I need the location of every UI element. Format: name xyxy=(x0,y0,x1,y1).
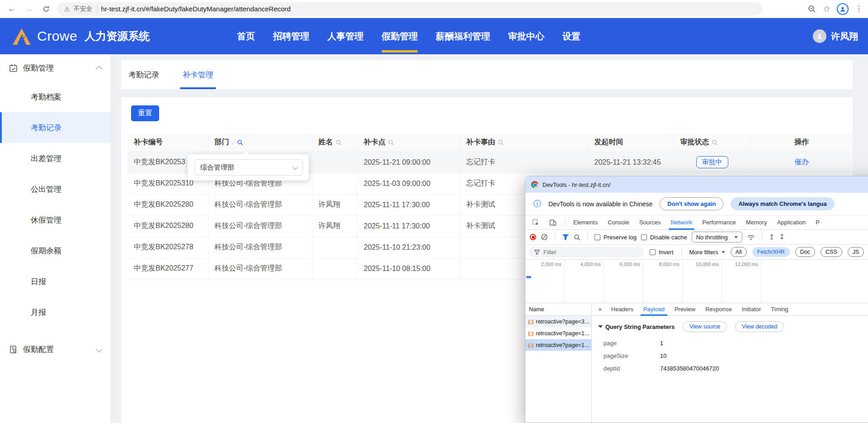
type-pill-fetch-xhr[interactable]: Fetch/XHR xyxy=(752,247,790,257)
filter-input[interactable] xyxy=(543,249,629,256)
tab-retroactive-management[interactable]: 补卡管理 xyxy=(183,60,213,89)
preserve-log-checkbox[interactable]: Preserve log xyxy=(594,234,637,241)
sidebar-group-config[interactable]: 假勤配置 xyxy=(0,336,110,363)
network-conditions-icon[interactable] xyxy=(747,234,755,241)
reset-button[interactable]: 重置 xyxy=(131,105,159,121)
disclosure-triangle-icon[interactable] xyxy=(598,325,603,328)
invert-checkbox[interactable]: Invert xyxy=(650,249,674,256)
col-dept: 部门 xyxy=(215,138,229,147)
tab-attendance-records[interactable]: 考勤记录 xyxy=(128,60,159,89)
sidebar-item-archive[interactable]: 考勤档案 xyxy=(0,81,110,112)
disable-cache-checkbox[interactable]: Disable cache xyxy=(641,234,687,241)
search-icon-dept-active[interactable] xyxy=(237,139,243,146)
detail-tab-response[interactable]: Response xyxy=(701,303,736,316)
type-pill-doc[interactable]: Doc xyxy=(795,247,815,257)
import-har-icon[interactable]: ↥ xyxy=(769,233,775,241)
sidebar-group-attendance[interactable]: 假勤管理 xyxy=(0,54,110,81)
request-detail-pane: × Headers Payload Preview Response Initi… xyxy=(592,303,868,423)
json-icon: {;} xyxy=(528,331,533,336)
detail-tab-headers[interactable]: Headers xyxy=(607,303,638,316)
tab-console[interactable]: Console xyxy=(604,215,633,230)
type-pill-css[interactable]: CSS xyxy=(821,247,842,257)
tab-performance[interactable]: Performance xyxy=(698,215,740,230)
devtools-window: DevTools - hr-test.zjf-it.cn/ ⓘ DevTools… xyxy=(525,176,868,423)
sidebar-item-monthly-report[interactable]: 月报 xyxy=(0,297,110,328)
browser-menu-kebab-icon[interactable]: ⋮ xyxy=(855,4,863,14)
query-string-section-title[interactable]: Query String Parameters xyxy=(605,323,675,330)
always-match-language-button[interactable]: Always match Chrome's langua xyxy=(731,197,834,210)
detail-tab-payload[interactable]: Payload xyxy=(639,303,669,316)
detail-tab-timing[interactable]: Timing xyxy=(766,303,793,316)
request-row[interactable]: {;} retroactive?page=3&p… xyxy=(525,316,591,328)
sort-icon[interactable]: ↓↑ xyxy=(231,140,235,145)
address-bar[interactable]: ⚠ 不安全 hr-test.zjf-it.cn/#/fakeDuty/fakeD… xyxy=(57,2,762,16)
tab-network[interactable]: Network xyxy=(667,215,697,230)
zoom-out-icon[interactable] xyxy=(807,5,816,14)
dept-select-value: 综合管理部 xyxy=(200,163,234,172)
sidebar-item-leave-balance[interactable]: 假期余额 xyxy=(0,235,110,266)
nav-item-recruit[interactable]: 招聘管理 xyxy=(273,18,309,54)
devtools-titlebar[interactable]: DevTools - hr-test.zjf-it.cn/ xyxy=(525,176,868,193)
inspect-element-icon[interactable] xyxy=(528,215,543,230)
security-label: 不安全 xyxy=(74,5,98,13)
chevron-down-icon xyxy=(96,346,102,352)
chevron-up-icon xyxy=(96,66,102,72)
search-icon[interactable] xyxy=(712,139,718,146)
tab-memory[interactable]: Memory xyxy=(742,215,771,230)
sidebar-item-business-trip[interactable]: 出差管理 xyxy=(0,143,110,174)
top-nav: Crowe 人力资源系统 首页 招聘管理 人事管理 假勤管理 薪酬福利管理 审批… xyxy=(0,18,868,54)
search-icon[interactable] xyxy=(388,139,394,146)
urge-action-link[interactable]: 催办 xyxy=(794,158,809,166)
detail-tab-preview[interactable]: Preview xyxy=(670,303,700,316)
request-row[interactable]: {;} retroactive?page=1&p… xyxy=(525,328,591,339)
request-row-selected[interactable]: {;} retroactive?page=1&p… xyxy=(525,339,591,351)
throttling-select[interactable]: No throttling xyxy=(692,232,742,242)
tab-privacy[interactable]: P xyxy=(811,215,824,230)
search-icon[interactable] xyxy=(335,139,342,146)
sidebar-item-daily-report[interactable]: 日报 xyxy=(0,266,110,297)
view-source-button[interactable]: View source xyxy=(683,321,727,332)
network-overview-timeline[interactable]: 2,000 ms 4,000 ms 6,000 ms 8,000 ms 10,0… xyxy=(525,260,868,303)
nav-item-home[interactable]: 首页 xyxy=(237,18,255,54)
nav-item-payroll[interactable]: 薪酬福利管理 xyxy=(436,18,490,54)
timeline-tick: 6,000 ms xyxy=(604,261,640,267)
bookmark-star-icon[interactable]: ☆ xyxy=(823,4,830,14)
request-list-header[interactable]: Name xyxy=(525,303,591,316)
tab-elements[interactable]: Elements xyxy=(569,215,602,230)
table-header-row: 补卡编号 部门 ↓↑ 姓名 补卡点 补卡事由 发起时间 审批状态 操作 xyxy=(127,133,853,152)
sidebar-item-leave[interactable]: 休假管理 xyxy=(0,204,110,235)
nav-item-approval[interactable]: 审批中心 xyxy=(508,18,544,54)
type-pill-js[interactable]: JS xyxy=(848,247,864,257)
nav-item-attendance[interactable]: 假勤管理 xyxy=(382,18,418,54)
clear-icon[interactable] xyxy=(541,233,548,241)
timeline-tick: 12,000 ms xyxy=(722,261,758,267)
refresh-icon[interactable] xyxy=(40,3,52,15)
user-menu[interactable]: 许凤翔 xyxy=(813,18,858,54)
sidebar-item-records[interactable]: 考勤记录 xyxy=(0,112,110,143)
back-icon[interactable]: ← xyxy=(5,3,18,15)
devtools-title: DevTools - hr-test.zjf-it.cn/ xyxy=(542,181,610,188)
tab-sources[interactable]: Sources xyxy=(635,215,665,230)
forward-icon[interactable]: → xyxy=(23,3,35,15)
filter-input-wrap[interactable] xyxy=(529,247,644,257)
search-icon[interactable] xyxy=(498,139,504,146)
record-icon[interactable] xyxy=(530,234,536,240)
network-search-icon[interactable] xyxy=(574,234,580,241)
device-toolbar-icon[interactable] xyxy=(545,215,561,230)
more-filters-dropdown[interactable]: More filters xyxy=(689,249,725,256)
nav-item-hr[interactable]: 人事管理 xyxy=(327,18,363,54)
export-har-icon[interactable]: ↧ xyxy=(779,233,785,241)
detail-tab-initiator[interactable]: Initiator xyxy=(737,303,766,316)
view-decoded-button[interactable]: View decoded xyxy=(735,321,784,332)
sidebar-item-outing[interactable]: 公出管理 xyxy=(0,174,110,204)
profile-icon[interactable] xyxy=(837,3,849,15)
chrome-logo-icon xyxy=(531,181,538,188)
devtools-panel-tabs: Elements Console Sources Network Perform… xyxy=(525,215,868,230)
dont-show-again-button[interactable]: Don't show again xyxy=(660,197,723,210)
close-icon[interactable]: × xyxy=(594,305,606,313)
type-pill-all[interactable]: All xyxy=(731,247,747,257)
dept-select[interactable]: 综合管理部 xyxy=(194,159,303,176)
nav-item-settings[interactable]: 设置 xyxy=(562,18,580,54)
filter-funnel-icon[interactable] xyxy=(562,234,569,240)
tab-application[interactable]: Application xyxy=(773,215,810,230)
